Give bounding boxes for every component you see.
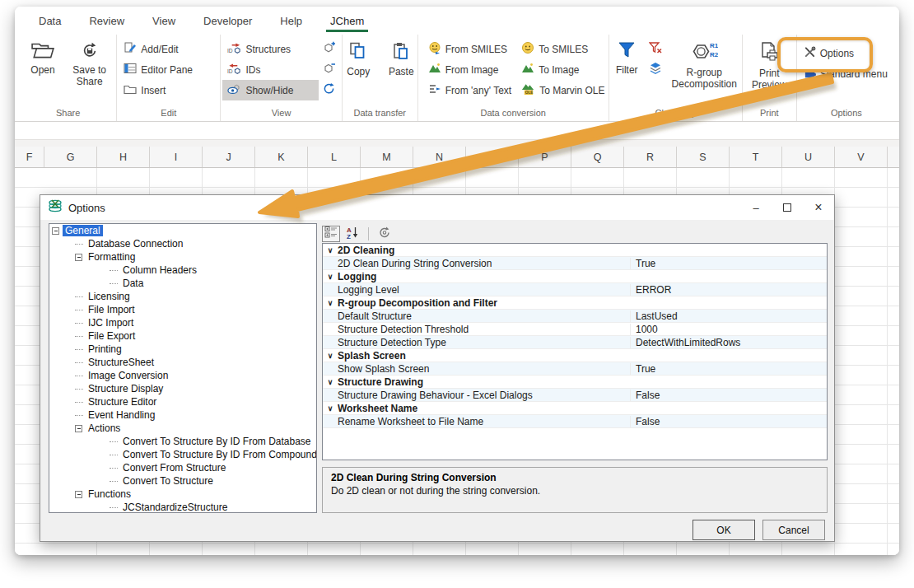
tree-item[interactable]: Convert To Structure By ID From Compound… bbox=[49, 448, 316, 461]
tree-item[interactable]: Printing bbox=[49, 343, 316, 356]
chevron-down-icon[interactable]: ∨ bbox=[323, 378, 338, 386]
tree-item[interactable]: File Export bbox=[49, 329, 316, 343]
collapse-expander-icon[interactable] bbox=[75, 425, 82, 432]
tree-item-functions[interactable]: Functions bbox=[49, 488, 316, 501]
tree-item[interactable]: Structure Display bbox=[49, 382, 316, 395]
ok-button[interactable]: OK bbox=[692, 520, 755, 540]
to-marvin-ole-button[interactable]: OLE To Marvin OLE bbox=[516, 80, 609, 100]
property-row[interactable]: 2D Clean During String ConversionTrue bbox=[323, 257, 827, 270]
chevron-down-icon[interactable]: ∨ bbox=[323, 299, 338, 307]
to-image-button[interactable]: To Image bbox=[516, 59, 609, 80]
property-value[interactable]: DetectWithLimitedRows bbox=[630, 337, 827, 348]
property-row[interactable]: Default StructureLastUsed bbox=[323, 310, 827, 323]
refresh-button[interactable] bbox=[319, 80, 340, 100]
column-header-i[interactable]: I bbox=[150, 147, 203, 167]
tab-review[interactable]: Review bbox=[75, 7, 138, 35]
cancel-button[interactable]: Cancel bbox=[762, 520, 825, 540]
property-row[interactable]: Structure Drawing Behaviour - Excel Dial… bbox=[323, 389, 827, 402]
property-row[interactable]: Structure Detection Threshold1000 bbox=[323, 323, 827, 336]
property-value[interactable]: ERROR bbox=[630, 284, 827, 296]
property-row[interactable]: Logging LevelERROR bbox=[323, 283, 827, 296]
tree-item[interactable]: IJC Import bbox=[49, 316, 316, 329]
formula-bar[interactable] bbox=[15, 122, 899, 140]
tab-jchem[interactable]: JChem bbox=[316, 7, 378, 35]
tree-item[interactable]: StructureSheet bbox=[49, 356, 316, 369]
property-category-row[interactable]: ∨Structure Drawing bbox=[323, 376, 827, 389]
chevron-down-icon[interactable]: ∨ bbox=[323, 273, 338, 281]
from-smiles-button[interactable]: From SMILES bbox=[423, 39, 516, 59]
property-value[interactable]: True bbox=[630, 363, 827, 375]
tree-item-general[interactable]: General bbox=[49, 224, 316, 237]
dialog-title-bar[interactable]: Options – × bbox=[40, 195, 834, 220]
alphabetical-sort-button[interactable]: AZ bbox=[343, 226, 361, 242]
tab-help[interactable]: Help bbox=[266, 7, 316, 35]
minimize-button[interactable]: – bbox=[740, 195, 772, 220]
column-header-u[interactable]: U bbox=[782, 147, 835, 167]
property-value[interactable]: LastUsed bbox=[630, 310, 827, 322]
tree-item[interactable]: Convert To Structure By ID From Database bbox=[49, 435, 316, 448]
property-value[interactable]: False bbox=[630, 416, 827, 427]
tree-item[interactable]: Event Handling bbox=[49, 408, 316, 422]
tree-item[interactable]: JCStandardizeStructure bbox=[49, 501, 316, 513]
property-category-row[interactable]: ∨2D Cleaning bbox=[323, 244, 827, 257]
tab-view[interactable]: View bbox=[138, 7, 189, 35]
tree-item[interactable]: Structure Editor bbox=[49, 395, 316, 408]
tab-data[interactable]: Data bbox=[25, 7, 75, 35]
close-button[interactable]: × bbox=[803, 195, 834, 220]
column-header-n[interactable]: N bbox=[413, 147, 466, 167]
from-any-text-button[interactable]: From 'any' Text bbox=[423, 80, 516, 100]
rgroup-decomposition-button[interactable]: R1R2 R-group Decomposition bbox=[666, 36, 742, 91]
ids-button[interactable]: ID IDs bbox=[222, 59, 318, 80]
column-header-s[interactable]: S bbox=[677, 147, 730, 167]
tree-item[interactable]: Database Connection bbox=[49, 237, 316, 250]
column-header-f[interactable]: F bbox=[15, 147, 44, 167]
property-row[interactable]: Show Splash ScreenTrue bbox=[323, 362, 827, 376]
structures-button[interactable]: ID Structures bbox=[222, 39, 318, 59]
property-row[interactable]: Rename Worksheet to File NameFalse bbox=[323, 415, 827, 428]
tree-item[interactable]: Column Headers bbox=[49, 264, 316, 277]
column-header-g[interactable]: G bbox=[44, 147, 97, 167]
overlap-structures-button[interactable] bbox=[645, 59, 666, 80]
column-header-v[interactable]: V bbox=[835, 147, 888, 167]
property-category-row[interactable]: ∨Worksheet Name bbox=[323, 402, 827, 415]
chevron-down-icon[interactable]: ∨ bbox=[323, 404, 338, 413]
to-smiles-button[interactable]: To SMILES bbox=[516, 39, 609, 59]
clear-filter-button[interactable] bbox=[645, 39, 666, 59]
chevron-down-icon[interactable]: ∨ bbox=[323, 352, 338, 360]
categorized-view-button[interactable] bbox=[322, 226, 340, 242]
editor-pane-button[interactable]: Editor Pane bbox=[119, 59, 198, 80]
column-header-m[interactable]: M bbox=[361, 147, 413, 167]
column-header-j[interactable]: J bbox=[203, 147, 255, 167]
filter-button[interactable]: Filter bbox=[609, 36, 645, 78]
property-category-row[interactable]: ∨R-group Decomposition and Filter bbox=[323, 296, 827, 310]
property-category-row[interactable]: ∨Splash Screen bbox=[323, 349, 827, 362]
tree-item-formatting[interactable]: Formatting bbox=[49, 250, 316, 264]
show-hide-button[interactable]: Show/Hide bbox=[222, 80, 318, 100]
copy-button[interactable]: Copy bbox=[337, 36, 380, 80]
tree-item[interactable]: Data bbox=[49, 277, 316, 290]
property-category-row[interactable]: ∨Logging bbox=[323, 270, 827, 283]
property-value[interactable]: True bbox=[630, 258, 827, 269]
property-row[interactable]: Structure Detection TypeDetectWithLimite… bbox=[323, 336, 827, 349]
from-image-button[interactable]: From Image bbox=[423, 59, 516, 80]
save-to-share-button[interactable]: Save to Share bbox=[64, 36, 114, 89]
add-edit-button[interactable]: Add/Edit bbox=[119, 39, 198, 59]
column-header-h[interactable]: H bbox=[97, 147, 150, 167]
chevron-down-icon[interactable]: ∨ bbox=[323, 246, 338, 254]
column-header-p[interactable]: P bbox=[519, 147, 571, 167]
reset-button[interactable] bbox=[375, 226, 394, 242]
tree-item[interactable]: Licensing bbox=[49, 290, 316, 303]
property-value[interactable]: False bbox=[630, 390, 827, 401]
column-header-t[interactable]: T bbox=[730, 147, 782, 167]
tree-item[interactable]: Image Conversion bbox=[49, 369, 316, 382]
tree-item[interactable]: File Import bbox=[49, 303, 316, 316]
insert-button[interactable]: Insert bbox=[119, 80, 198, 100]
tab-developer[interactable]: Developer bbox=[189, 7, 266, 35]
collapse-expander-icon[interactable] bbox=[75, 254, 82, 261]
column-header-l[interactable]: L bbox=[308, 147, 361, 167]
tree-item[interactable]: Convert From Structure bbox=[49, 461, 316, 474]
maximize-button[interactable] bbox=[772, 195, 803, 220]
collapse-expander-icon[interactable] bbox=[52, 227, 59, 235]
tree-item-actions[interactable]: Actions bbox=[49, 422, 316, 435]
paste-button[interactable]: Paste bbox=[380, 36, 422, 80]
